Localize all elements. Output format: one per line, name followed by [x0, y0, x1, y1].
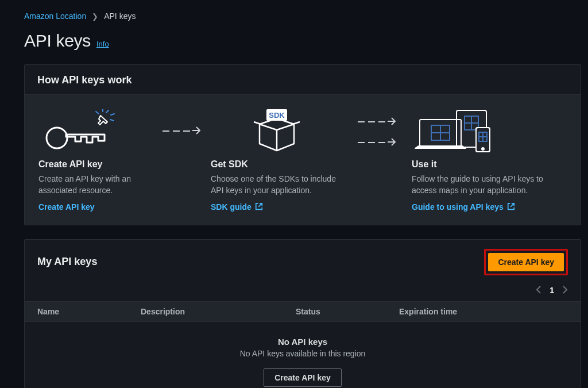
- step-get-sdk: SDK Get SDK Choose one of the SDKs to in…: [211, 109, 343, 212]
- breadcrumb-current: API keys: [104, 11, 136, 21]
- how-panel-title: How API keys work: [37, 74, 131, 86]
- arrow-right-icon: [192, 126, 202, 136]
- breadcrumb: Amazon Location ❯ API keys: [24, 11, 581, 21]
- key-icon: [38, 109, 153, 155]
- arrow-right-icon: [388, 117, 397, 127]
- svg-text:SDK: SDK: [269, 111, 285, 120]
- arrow-1: [153, 109, 211, 136]
- empty-title: No API keys: [25, 337, 581, 347]
- svg-line-2: [111, 114, 114, 115]
- step1-desc: Create an API key with an associated res…: [38, 173, 153, 197]
- info-link[interactable]: Info: [96, 40, 109, 48]
- col-status[interactable]: Status: [296, 307, 399, 316]
- my-api-keys-panel: My API keys Create API key 1 Name Descri…: [24, 239, 581, 388]
- svg-line-5: [110, 120, 114, 121]
- pagination: 1: [25, 283, 581, 301]
- page-next-icon[interactable]: [562, 286, 568, 295]
- step1-title: Create API key: [38, 159, 153, 170]
- page-title: API keys: [24, 31, 91, 51]
- col-name[interactable]: Name: [37, 307, 141, 316]
- empty-state: No API keys No API keys available in thi…: [25, 322, 581, 388]
- svg-point-18: [482, 148, 484, 150]
- step-create-api-key: Create API key Create an API key with an…: [38, 109, 153, 212]
- arrow-right-icon: [388, 137, 397, 148]
- my-api-keys-title: My API keys: [37, 256, 97, 268]
- step1-link[interactable]: Create API key: [38, 202, 153, 212]
- arrow-2: [343, 109, 412, 148]
- step3-link[interactable]: Guide to using API keys: [412, 202, 561, 212]
- step3-title: Use it: [412, 159, 561, 170]
- step2-title: Get SDK: [211, 159, 343, 170]
- step2-desc: Choose one of the SDKs to include API ke…: [211, 173, 343, 197]
- breadcrumb-root-link[interactable]: Amazon Location: [24, 11, 86, 21]
- external-link-icon: [255, 202, 263, 212]
- empty-create-api-key-button[interactable]: Create API key: [264, 368, 342, 387]
- table-header-row: Name Description Status Expiration time: [25, 301, 581, 322]
- chevron-right-icon: ❯: [92, 12, 98, 21]
- step3-desc: Follow the guide to using API keys to ac…: [412, 173, 561, 197]
- svg-line-1: [106, 110, 109, 113]
- sdk-box-icon: SDK: [211, 109, 343, 155]
- empty-desc: No API keys available in this region: [25, 349, 581, 358]
- page-number: 1: [550, 286, 554, 295]
- page-prev-icon[interactable]: [536, 286, 541, 295]
- external-link-icon: [507, 202, 515, 212]
- col-expiration[interactable]: Expiration time: [399, 307, 568, 316]
- devices-icon: [412, 109, 561, 155]
- create-api-key-button[interactable]: Create API key: [488, 253, 564, 271]
- step-use-it: Use it Follow the guide to using API key…: [412, 109, 561, 212]
- col-description[interactable]: Description: [141, 307, 296, 316]
- svg-line-4: [96, 112, 99, 114]
- create-button-highlight: Create API key: [484, 249, 568, 275]
- step2-link[interactable]: SDK guide: [211, 202, 343, 212]
- svg-point-0: [47, 128, 67, 148]
- how-api-keys-panel: How API keys work: [24, 64, 581, 225]
